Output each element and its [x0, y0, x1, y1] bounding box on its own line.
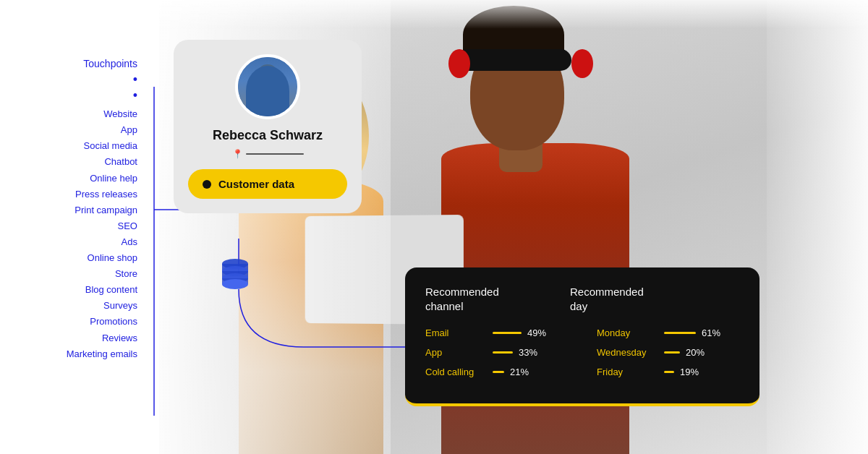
channel-bar-app: [493, 351, 513, 354]
day-percent-monday: 61%: [702, 327, 720, 338]
customer-data-label: Customer data: [218, 178, 294, 190]
channel-percent-email: 49%: [527, 327, 546, 338]
channel-section: Email 49% App 33% Cold calling 21%: [425, 327, 568, 386]
touchpoint-website: Website: [0, 106, 137, 122]
touchpoint-print: Print campaign: [0, 202, 137, 218]
top-fade: [159, 0, 868, 29]
touchpoints-list: Touchpoints •• Website App Social media …: [0, 58, 152, 362]
recommendation-card: Recommended channel Recommended day Emai…: [405, 267, 760, 406]
channel-bar-email: [493, 332, 522, 334]
channel-bar-cold: [493, 371, 504, 373]
channel-label-cold: Cold calling: [425, 367, 487, 377]
touchpoint-store: Store: [0, 266, 137, 282]
channel-percent-cold: 21%: [510, 367, 529, 377]
touchpoint-social: Social media: [0, 138, 137, 154]
day-bar-friday: [664, 371, 674, 373]
day-percent-wednesday: 20%: [686, 347, 705, 358]
touchpoint-blog: Blog content: [0, 282, 137, 298]
location-line: [246, 153, 304, 155]
touchpoint-chatbot: Chatbot: [0, 154, 137, 170]
channel-percent-app: 33%: [519, 347, 537, 358]
btn-dot-icon: [203, 180, 211, 189]
right-fade: [767, 0, 868, 454]
channel-row-app: App 33%: [425, 347, 568, 358]
touchpoint-press: Press releases: [0, 187, 137, 202]
touchpoint-reviews: Reviews: [0, 330, 137, 346]
day-row-wednesday: Wednesday 20%: [597, 347, 739, 358]
rec-headers: Recommended channel Recommended day: [425, 285, 739, 313]
day-bar-wednesday: [664, 351, 680, 354]
touchpoint-marketing: Marketing emails: [0, 346, 137, 362]
touchpoint-app: App: [0, 122, 137, 138]
touchpoint-surveys: Surveys: [0, 298, 137, 314]
touchpoints-title: Touchpoints: [0, 58, 137, 69]
day-label-monday: Monday: [597, 327, 658, 338]
location-pin-icon: 📍: [232, 149, 243, 159]
profile-name: Rebecca Schwarz: [188, 128, 347, 143]
day-header: Recommended day: [570, 285, 671, 313]
touchpoint-promotions: Promotions: [0, 314, 137, 330]
profile-location: 📍: [188, 149, 347, 159]
day-row-monday: Monday 61%: [597, 327, 739, 338]
day-row-friday: Friday 19%: [597, 367, 739, 377]
avatar-silhouette: [246, 66, 289, 116]
channel-header: Recommended channel: [425, 285, 527, 313]
day-bar-monday: [664, 332, 696, 334]
day-percent-friday: 19%: [680, 367, 699, 377]
touchpoint-online-help: Online help: [0, 171, 137, 187]
touchpoint-ads: Ads: [0, 234, 137, 250]
touchpoint-seo: SEO: [0, 218, 137, 234]
channel-row-cold: Cold calling 21%: [425, 367, 568, 377]
channel-label-app: App: [425, 347, 487, 358]
day-section: Monday 61% Wednesday 20% Friday 19%: [597, 327, 739, 386]
profile-card: Rebecca Schwarz 📍 Customer data: [174, 40, 362, 213]
svg-point-9: [222, 279, 248, 289]
avatar: [235, 54, 300, 119]
rec-rows: Email 49% App 33% Cold calling 21% Monda…: [425, 327, 739, 386]
channel-row-email: Email 49%: [425, 327, 568, 338]
day-label-wednesday: Wednesday: [597, 347, 658, 358]
channel-label-email: Email: [425, 327, 487, 338]
day-label-friday: Friday: [597, 367, 658, 377]
customer-data-button[interactable]: Customer data: [188, 169, 347, 199]
touchpoint-shop: Online shop: [0, 250, 137, 266]
database-icon: [217, 257, 253, 296]
dot-separator: ••: [0, 72, 137, 103]
